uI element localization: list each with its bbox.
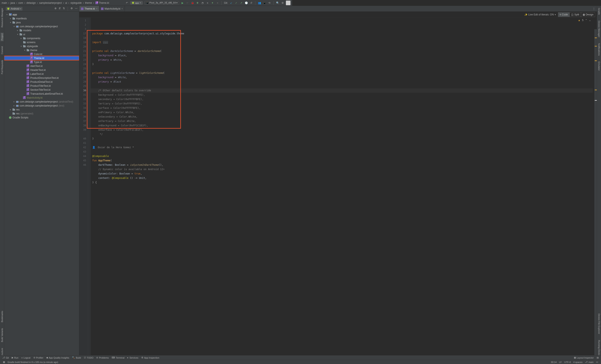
tab-theme[interactable]: Theme.kt×: [79, 6, 99, 11]
git-update-icon[interactable]: ↙: [230, 1, 233, 5]
breadcrumb-item[interactable]: com: [18, 1, 23, 4]
svg-rect-12: [12, 21, 14, 22]
tree-item[interactable]: HeaderText.kt: [4, 68, 79, 72]
code-with-me-icon[interactable]: 👥: [258, 1, 261, 5]
history-icon[interactable]: 🕑: [245, 1, 248, 5]
svg-rect-9: [12, 18, 15, 19]
svg-point-14: [17, 26, 18, 27]
locate-icon[interactable]: ⊕: [54, 7, 57, 11]
pull-requests-tab[interactable]: Pull Requests: [0, 59, 4, 75]
expand-icon[interactable]: ⇵: [59, 7, 61, 11]
attach-icon[interactable]: ⎆: [206, 1, 209, 5]
line-gutter: 1231718192021222324252627282930313233343…: [79, 18, 88, 178]
editor-mode-bar: ✨ Live Edit of literals: ON ▾ ≡ Code ◫ S…: [79, 12, 292, 18]
search-icon[interactable]: 🔍: [276, 1, 279, 5]
git-push-icon[interactable]: ↗: [240, 1, 243, 5]
fold-gutter[interactable]: [88, 18, 90, 178]
svg-rect-26: [27, 49, 28, 50]
run-config-dropdown[interactable]: app▾: [130, 1, 142, 5]
commit-tab[interactable]: Commit: [0, 46, 4, 55]
breadcrumb-item[interactable]: theme: [85, 1, 92, 4]
svg-rect-24: [23, 45, 24, 46]
run-icon[interactable]: ▶: [181, 1, 184, 5]
tree-item[interactable]: res: [4, 108, 79, 112]
tree-item[interactable]: screens: [4, 40, 79, 44]
back-icon[interactable]: ↶: [125, 1, 129, 5]
tree-item[interactable]: java: [4, 20, 79, 24]
sync-icon[interactable]: ⟲: [268, 1, 271, 5]
svg-rect-10: [12, 17, 14, 18]
close-icon[interactable]: ×: [96, 7, 98, 10]
tree-item[interactable]: AlertText.kt: [4, 64, 79, 68]
svg-rect-1: [97, 1, 98, 3]
hide-icon[interactable]: —: [75, 7, 77, 11]
svg-point-59: [9, 116, 11, 119]
tree-item[interactable]: app: [4, 12, 79, 17]
settings-icon[interactable]: ⚙: [281, 1, 284, 5]
breadcrumb-item[interactable]: delasign: [27, 1, 36, 4]
git-commit-icon[interactable]: ✓: [235, 1, 238, 5]
tree-item[interactable]: ProductDetailText.kt: [4, 80, 79, 84]
profile-icon[interactable]: ◔: [201, 1, 204, 5]
code-content[interactable]: package com.delasign.samplestarterprojec…: [90, 18, 292, 178]
tree-item[interactable]: theme: [4, 48, 79, 52]
svg-rect-61: [101, 8, 103, 10]
device-icon2[interactable]: 📱: [263, 1, 266, 5]
breadcrumb-item[interactable]: main: [2, 1, 7, 4]
tree-item[interactable]: MainActivity.kt: [4, 96, 79, 100]
svg-rect-55: [12, 109, 15, 111]
close-icon[interactable]: ×: [121, 7, 123, 10]
left-tool-strip: Resource Manager Project Commit Pull Req…: [0, 6, 4, 178]
account-avatar[interactable]: [286, 1, 290, 5]
svg-point-2: [132, 2, 134, 4]
resource-manager-tab[interactable]: Resource Manager: [0, 7, 4, 28]
collapse-icon[interactable]: ⇅: [63, 7, 65, 11]
svg-rect-21: [23, 41, 26, 43]
rerun-icon[interactable]: ⟳: [186, 1, 189, 5]
tree-item[interactable]: res (generated): [4, 112, 79, 115]
tree-item[interactable]: models: [4, 28, 79, 32]
more-run-icon[interactable]: ✦: [211, 1, 214, 5]
tree-item[interactable]: ProductDescriptionText.kt: [4, 76, 79, 80]
svg-rect-4: [8, 7, 8, 8]
tab-mainactivity[interactable]: MainActivity.kt×: [99, 6, 125, 11]
code-editor[interactable]: ▲5 ⌃ ⌄ 123171819202122232425262728293031…: [79, 18, 292, 178]
breadcrumb-item[interactable]: samplestarterproject: [39, 1, 62, 4]
tree-settings-icon[interactable]: ⚙: [70, 7, 73, 11]
debug-icon[interactable]: 🐞: [191, 1, 194, 5]
tree-item[interactable]: Gradle Scripts: [4, 115, 79, 119]
project-tab[interactable]: Project: [0, 32, 4, 41]
tree-item[interactable]: com.delasign.samplestarterproject (test): [4, 104, 79, 108]
svg-rect-60: [81, 8, 83, 10]
git-label: Git:: [224, 1, 228, 4]
device-dropdown[interactable]: 📱 Pixel_3a_API_33_x86_64 ▾: [144, 1, 179, 5]
svg-rect-18: [20, 33, 21, 34]
tree-item[interactable]: ProductTitleText.kt: [4, 84, 79, 88]
tree-item[interactable]: manifests: [4, 17, 79, 20]
breadcrumb-item[interactable]: ui: [65, 1, 67, 4]
svg-point-54: [17, 105, 18, 106]
stop-icon[interactable]: ■: [216, 1, 219, 5]
project-tree[interactable]: appmanifestsjavacom.delasign.samplestart…: [4, 12, 79, 178]
coverage-icon[interactable]: ❖: [196, 1, 199, 5]
tree-item[interactable]: components: [4, 36, 79, 40]
tree-item[interactable]: Type.kt: [4, 60, 79, 64]
tree-item[interactable]: com.delasign.samplestarterproject (andro…: [4, 100, 79, 104]
editor-area: Theme.kt× MainActivity.kt× ⋮ ✨ Live Edit…: [79, 6, 292, 178]
svg-point-52: [17, 101, 18, 102]
tree-item[interactable]: Theme.kt: [4, 56, 79, 60]
breadcrumb-file[interactable]: Theme.kt: [95, 1, 109, 4]
tree-item[interactable]: styleguide: [4, 44, 79, 48]
tree-item[interactable]: Color.kt: [4, 52, 79, 56]
rollback-icon[interactable]: ↺: [250, 1, 253, 5]
tree-item[interactable]: LabelText.kt: [4, 72, 79, 76]
breadcrumb-item[interactable]: styleguide: [70, 1, 82, 4]
tree-item[interactable]: ui: [4, 32, 79, 36]
editor-tabs: Theme.kt× MainActivity.kt× ⋮: [79, 6, 292, 12]
project-view-dropdown[interactable]: Android▾: [6, 7, 22, 11]
tree-item[interactable]: com.delasign.samplestarterproject: [4, 24, 79, 28]
tree-item[interactable]: SectionTitleText.kt: [4, 88, 79, 92]
breadcrumb: main› java› com› delasign› samplestarter…: [2, 1, 109, 4]
breadcrumb-item[interactable]: java: [10, 1, 15, 4]
tree-item[interactable]: TransactionLabelSmallText.kt: [4, 92, 79, 96]
